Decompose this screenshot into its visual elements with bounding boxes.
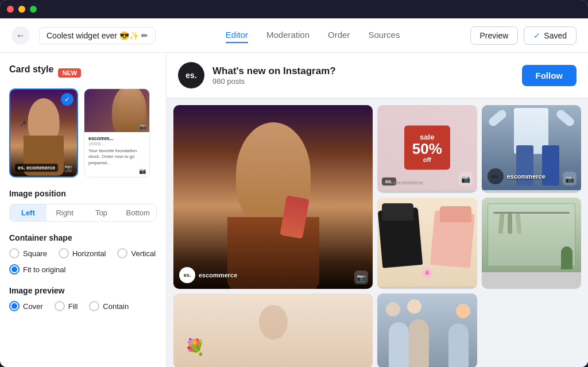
feed-info: What's new on Instagram? 980 posts — [212, 65, 514, 86]
traffic-light-yellow[interactable] — [18, 6, 25, 13]
radio-fit[interactable] — [9, 264, 20, 275]
card-preview-1[interactable]: es. ecommerce 📷 ✓ — [9, 88, 78, 177]
grid-item-sale: sale 50% off es. escommerce 📷 — [377, 105, 477, 193]
shape-fit-label: Fit to original — [23, 265, 65, 274]
preview-button[interactable]: Preview — [470, 26, 519, 45]
card-style-title: Card style — [9, 64, 53, 75]
tab-moderation[interactable]: Moderation — [266, 28, 310, 43]
shape-horizontal[interactable]: Horizontal — [59, 248, 106, 258]
shape-square-label: Square — [23, 249, 47, 258]
radio-cover[interactable] — [9, 301, 20, 311]
shape-vertical[interactable]: Vertical — [117, 248, 156, 258]
preview-cover[interactable]: Cover — [9, 301, 43, 311]
feed-title: What's new on Instagram? — [212, 65, 514, 77]
fill-label: Fill — [68, 302, 78, 311]
feed-avatar: es. — [178, 62, 204, 88]
image-preview-options: Cover Fill Contain — [9, 301, 157, 311]
radio-vertical[interactable] — [117, 248, 127, 258]
sale-username: escommerce — [393, 180, 423, 186]
nav-actions: Preview ✓ Saved — [470, 26, 577, 45]
shape-row-1: Square Horizontal Vertical — [9, 248, 157, 258]
shape-vertical-label: Vertical — [131, 249, 156, 258]
ig-icon-sale: 📷 — [459, 172, 473, 186]
title-bar — [0, 0, 588, 18]
card-style-header: Card style NEW — [9, 64, 157, 82]
saved-button[interactable]: ✓ Saved — [524, 26, 577, 45]
radio-horizontal[interactable] — [59, 248, 69, 258]
grid-item-shoes: 🌸 — [377, 198, 477, 289]
image-position-label: Image position — [9, 189, 157, 198]
shape-square[interactable]: Square — [9, 248, 47, 258]
sale-percent: 50% — [412, 141, 442, 156]
tab-editor[interactable]: Editor — [226, 28, 248, 43]
grid-item-fashion-jeans: es. escommerce 📷 — [482, 105, 582, 193]
image-preview-label: Image preview — [9, 286, 157, 295]
sidebar: Card style NEW es. ecommerce 📷 — [0, 53, 167, 367]
nav-tabs: Editor Moderation Order Sources — [165, 28, 461, 43]
tab-sources[interactable]: Sources — [368, 28, 400, 43]
preview-fill[interactable]: Fill — [55, 301, 78, 311]
feed-header: es. What's new on Instagram? 980 posts F… — [167, 53, 588, 98]
shape-row-2: Fit to original — [9, 264, 157, 275]
grid-item-shop — [482, 198, 582, 289]
main-content: Card style NEW es. ecommerce 📷 — [0, 53, 588, 367]
preview-contain[interactable]: Contain — [89, 301, 129, 311]
container-shape-options: Square Horizontal Vertical Fit to origin… — [9, 248, 157, 275]
app-window: ← Coolest widget ever 😎✨ ✏ Editor Modera… — [0, 0, 588, 367]
traffic-light-red[interactable] — [7, 6, 14, 13]
card-username-jeans: escommerce — [507, 173, 546, 180]
selected-check: ✓ — [61, 93, 74, 106]
card-preview-2[interactable]: 📷 escomm... 15/09/... Your favorite foun… — [84, 88, 150, 177]
back-button[interactable]: ← — [11, 26, 30, 45]
radio-square[interactable] — [9, 248, 20, 258]
grid-item-group — [377, 293, 477, 367]
tab-order[interactable]: Order — [328, 28, 350, 43]
follow-button[interactable]: Follow — [522, 65, 577, 86]
shape-fit[interactable]: Fit to original — [9, 264, 65, 275]
cover-label: Cover — [23, 302, 43, 311]
position-right[interactable]: Right — [47, 204, 83, 221]
card-avatar-jeans: es. — [488, 168, 504, 184]
saved-label: Saved — [544, 31, 567, 40]
nav-bar: ← Coolest widget ever 😎✨ ✏ Editor Modera… — [0, 18, 588, 53]
shape-horizontal-label: Horizontal — [72, 249, 106, 258]
traffic-light-green[interactable] — [30, 6, 37, 13]
card-overlay-jeans: es. escommerce — [488, 168, 546, 184]
radio-contain[interactable] — [89, 301, 99, 311]
widget-title-text: Coolest widget ever 😎✨ ✏ — [47, 31, 148, 40]
preview-row: Cover Fill Contain — [9, 301, 157, 311]
check-icon: ✓ — [533, 31, 540, 40]
widget-title-input[interactable]: Coolest widget ever 😎✨ ✏ — [39, 27, 156, 44]
new-badge: NEW — [58, 68, 81, 78]
preview-panel: es. What's new on Instagram? 980 posts F… — [167, 53, 588, 367]
image-position-tabs: Left Right Top Bottom — [9, 204, 157, 222]
radio-fill[interactable] — [55, 301, 65, 311]
position-left[interactable]: Left — [10, 204, 47, 221]
ig-icon-large: 📷 — [354, 271, 368, 284]
grid-item-large-face: es. escommerce 📷 — [173, 105, 373, 289]
position-top[interactable]: Top — [83, 204, 120, 221]
position-bottom[interactable]: Bottom — [119, 204, 156, 221]
card-avatar-small: es. — [179, 267, 195, 283]
card-overlay-face: es. escommerce — [179, 267, 237, 283]
feed-subtitle: 980 posts — [212, 77, 514, 86]
ig-icon-jeans: 📷 — [563, 172, 577, 186]
contain-label: Contain — [103, 302, 129, 311]
card-username: escommerce — [199, 272, 237, 279]
grid-item-flowers: 💐 — [173, 293, 373, 367]
image-grid: es. escommerce 📷 sale 50% off — [167, 98, 588, 367]
container-shape-label: Container shape — [9, 233, 157, 242]
card-previews: es. ecommerce 📷 ✓ 📷 escomm... — [9, 88, 157, 177]
